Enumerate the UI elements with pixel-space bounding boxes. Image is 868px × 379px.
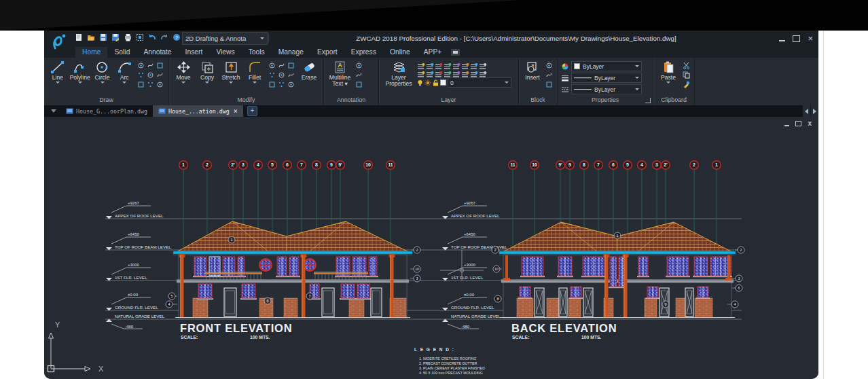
document-tab-1[interactable]: House_...ation.dwg× — [153, 105, 243, 117]
ribbon-tab-annotate[interactable]: Annotate — [137, 47, 178, 58]
copy-button[interactable]: Copy — [196, 60, 218, 84]
save-icon[interactable] — [98, 33, 107, 41]
layer-tool-icon[interactable] — [444, 60, 452, 68]
zoom-extents-icon[interactable] — [135, 33, 144, 41]
draw-mini-icons[interactable] — [137, 61, 165, 90]
tool-icon[interactable] — [545, 61, 554, 70]
ribbon-tab-views[interactable]: Views — [209, 47, 241, 58]
tool-icon[interactable] — [287, 71, 295, 79]
tool-icon[interactable] — [137, 71, 145, 79]
document-tab-0[interactable]: House_G...oorPlan.dwg — [60, 105, 153, 117]
ribbon-tab-solid[interactable]: Solid — [107, 47, 137, 58]
layer-tool-icon[interactable] — [426, 69, 434, 76]
paste-button[interactable]: Paste — [657, 60, 680, 84]
ribbon-tab-manage[interactable]: Manage — [272, 47, 310, 58]
tool-icon[interactable] — [268, 80, 276, 89]
layer-tool-icon[interactable] — [479, 60, 487, 68]
layer-tool-icon[interactable] — [470, 60, 478, 68]
open-file-icon[interactable] — [86, 33, 95, 41]
tool-icon[interactable] — [355, 80, 363, 89]
bulb-on-icon[interactable] — [417, 79, 423, 86]
linetype-control[interactable]: ByLayer — [561, 84, 642, 94]
tool-icon[interactable] — [156, 61, 164, 70]
workspace-dropdown[interactable]: 2D Drafting & Annota — [182, 32, 268, 45]
layer-color-swatch[interactable] — [440, 79, 446, 86]
layer-tool-icons[interactable] — [417, 60, 511, 77]
tool-icon[interactable] — [545, 71, 554, 79]
zwcad-logo-icon[interactable] — [48, 31, 71, 52]
tool-icon[interactable] — [146, 80, 155, 89]
copy-clip-icon[interactable] — [682, 71, 691, 79]
match-properties-icon[interactable] — [682, 80, 691, 89]
layer-select[interactable]: 0 — [448, 77, 511, 88]
layer-tool-icon[interactable] — [426, 60, 434, 68]
tool-icon[interactable] — [545, 80, 554, 89]
redo-icon[interactable] — [160, 33, 168, 41]
minimize-button[interactable] — [779, 40, 785, 41]
tool-icon[interactable] — [277, 71, 286, 79]
ribbon-tab-online[interactable]: Online — [383, 47, 417, 58]
undo-icon[interactable] — [147, 33, 156, 41]
circle-button[interactable]: Circle — [92, 60, 113, 84]
polyline-button[interactable]: Polyline — [70, 60, 90, 84]
sun-icon[interactable] — [424, 79, 431, 86]
maximize-button[interactable] — [793, 35, 800, 42]
layer-properties-button[interactable]: Layer Properties — [382, 60, 415, 87]
tool-icon[interactable] — [355, 71, 363, 79]
layer-tool-icon[interactable] — [479, 69, 487, 76]
move-button[interactable]: Move — [173, 60, 194, 84]
tool-icon[interactable] — [277, 80, 286, 89]
modify-mini-icons[interactable] — [268, 61, 296, 90]
tool-icon[interactable] — [268, 61, 276, 70]
doc-close-button[interactable]: x — [808, 121, 812, 126]
tool-icon[interactable] — [268, 71, 276, 79]
feedback-icon[interactable] — [451, 49, 460, 56]
scroll-tabs-left-button[interactable] — [802, 105, 810, 117]
tool-icon[interactable] — [287, 80, 295, 89]
layer-tool-icon[interactable] — [417, 69, 425, 76]
layer-tool-icon[interactable] — [470, 69, 478, 76]
tool-icon[interactable] — [277, 61, 286, 70]
insert-button[interactable]: Insert — [522, 60, 543, 81]
layer-tool-icon[interactable] — [435, 60, 443, 68]
layer-tool-icon[interactable] — [461, 60, 469, 68]
scroll-tabs-right-button[interactable] — [810, 105, 818, 117]
ribbon-tab-app[interactable]: APP+ — [417, 47, 449, 58]
ribbon-tab-insert[interactable]: Insert — [179, 47, 210, 58]
tool-icon[interactable] — [146, 71, 155, 79]
close-tab-icon[interactable]: × — [234, 107, 238, 115]
layer-tool-icon[interactable] — [452, 69, 460, 76]
tool-icon[interactable] — [146, 61, 155, 70]
multiline-text-button[interactable]: A Multiline Text ▾ — [327, 60, 352, 87]
save-as-icon[interactable] — [111, 33, 120, 41]
line-button[interactable]: Line — [48, 60, 68, 84]
ribbon-tab-express[interactable]: Express — [344, 47, 383, 58]
cut-icon[interactable] — [682, 61, 691, 70]
tool-icon[interactable] — [156, 71, 164, 79]
print-icon[interactable] — [123, 33, 132, 41]
new-tab-button[interactable]: + — [247, 106, 257, 116]
tool-icon[interactable] — [287, 61, 295, 70]
arc-button[interactable]: Arc — [114, 60, 134, 84]
new-file-icon[interactable] — [74, 33, 83, 41]
close-button[interactable]: × — [808, 35, 813, 42]
tool-icon[interactable] — [137, 80, 145, 89]
layer-tool-icon[interactable] — [417, 60, 425, 68]
lineweight-control[interactable]: ByLayer — [561, 73, 642, 83]
erase-button[interactable]: Erase — [298, 60, 320, 81]
tool-icon[interactable] — [156, 80, 164, 89]
ribbon-tab-home[interactable]: Home — [75, 47, 107, 58]
layer-tool-icon[interactable] — [452, 60, 460, 68]
dialog-launcher-icon[interactable] — [645, 98, 651, 103]
doc-minimize-button[interactable] — [784, 125, 789, 126]
layer-tool-icon[interactable] — [435, 69, 443, 76]
ribbon-tab-tools[interactable]: Tools — [242, 47, 272, 58]
tool-icon[interactable] — [355, 61, 363, 70]
cad-canvas[interactable]: APPEX OF ROOF LEVEL+9267TOP OF ROOF BEAM… — [44, 117, 818, 379]
annotation-mini-icons[interactable] — [355, 61, 363, 89]
block-mini-icons[interactable] — [545, 61, 554, 89]
stretch-button[interactable]: Stretch — [220, 60, 242, 84]
tab-list-caret-icon[interactable] — [51, 109, 56, 113]
tool-icon[interactable] — [137, 61, 145, 70]
help-icon[interactable]: ? — [172, 33, 181, 41]
